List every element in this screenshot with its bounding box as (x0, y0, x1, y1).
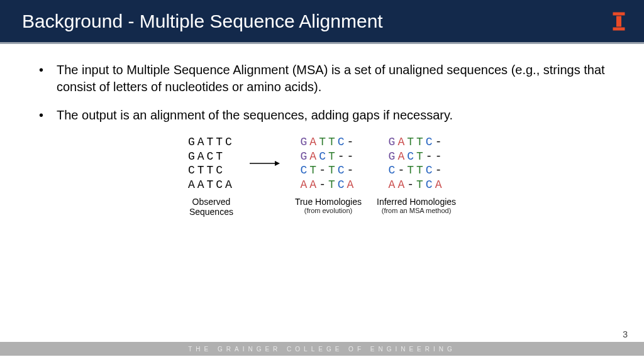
arrow-icon (250, 135, 280, 170)
observed-sequences: GATTC GACT CTTC AATCA (188, 135, 235, 192)
observed-column: GATTC GACT CTTC AATCA Observed Sequences (188, 135, 235, 217)
svg-rect-2 (613, 27, 625, 31)
inferred-homologies-column: GATTC- GACT-- C-TTC- AA-TCA Inferred Hom… (377, 135, 456, 215)
svg-marker-6 (275, 161, 280, 166)
bullet-item: The input to Multiple Sequence Alignment… (43, 62, 613, 96)
illinois-logo-icon (613, 12, 625, 31)
slide-title: Background - Multiple Sequence Alignment (22, 11, 383, 32)
bullet-item: The output is an alignment of the sequen… (43, 107, 613, 124)
page-number: 3 (623, 329, 628, 339)
bullet-list: The input to Multiple Sequence Alignment… (31, 62, 613, 124)
inferred-homologies-sequences: GATTC- GACT-- C-TTC- AA-TCA (389, 135, 445, 192)
true-homologies-column: GATTC- GACT-- CT-TC- AA-TCA True Homolog… (295, 135, 362, 215)
observed-caption: Observed Sequences (189, 197, 233, 217)
slide-footer: THE GRAINGER COLLEGE OF ENGINEERING (0, 342, 644, 356)
footer-text: THE GRAINGER COLLEGE OF ENGINEERING (188, 346, 456, 353)
alignment-diagram: GATTC GACT CTTC AATCA Observed Sequences… (31, 135, 613, 217)
true-homologies-sequences: GATTC- GACT-- CT-TC- AA-TCA (301, 135, 357, 192)
slide-header: Background - Multiple Sequence Alignment (0, 0, 644, 44)
inferred-caption: Inferred Homologies (from an MSA method) (377, 197, 456, 215)
slide-body: The input to Multiple Sequence Alignment… (0, 44, 644, 217)
true-caption: True Homologies (from evolution) (295, 197, 362, 215)
